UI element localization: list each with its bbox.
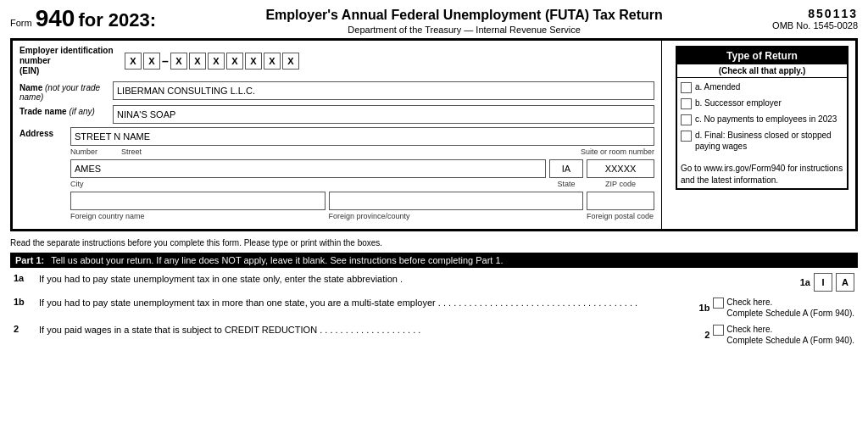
question-1b: 1b If you had to pay state unemployment … bbox=[10, 297, 858, 319]
q2-right: 2 Check here. Complete Schedule A (Form … bbox=[704, 324, 854, 346]
q2-check-area: Check here. Complete Schedule A (Form 94… bbox=[713, 324, 854, 346]
q1b-checkbox[interactable] bbox=[713, 298, 724, 309]
q1a-right: 1a I A bbox=[800, 273, 854, 292]
address-fields: Number Street Suite or room number City … bbox=[70, 127, 654, 220]
ein-box-3[interactable]: X bbox=[170, 53, 187, 70]
checkbox-d-label: d. Final: Business closed or stopped pay… bbox=[695, 130, 843, 152]
omb-label: OMB No. 1545-0028 bbox=[772, 20, 858, 31]
q1a-line-label: 1a bbox=[800, 277, 810, 287]
ein-box-6[interactable]: X bbox=[226, 53, 243, 70]
ein-box-8[interactable]: X bbox=[264, 53, 281, 70]
type-return-link: Go to www.irs.gov/Form940 for instructio… bbox=[677, 159, 847, 188]
form-department: Department of the Treasury — Internal Re… bbox=[173, 25, 755, 35]
q1a-input1[interactable]: I bbox=[814, 273, 832, 292]
state-input[interactable] bbox=[549, 159, 583, 178]
doc-number: 850113 bbox=[772, 7, 858, 20]
part1-description: Tell us about your return. If any line d… bbox=[51, 255, 503, 265]
name-label: Name (not your trade name) bbox=[19, 81, 113, 102]
checkbox-a[interactable] bbox=[681, 82, 692, 93]
zip-input[interactable] bbox=[587, 159, 654, 178]
ein-boxes: X X – X X X X X X X bbox=[125, 53, 299, 70]
q1b-text: If you had to pay state unemployment tax… bbox=[39, 297, 699, 309]
q1b-line-label: 1b bbox=[699, 303, 710, 313]
ein-box-4[interactable]: X bbox=[189, 53, 206, 70]
ein-dash: – bbox=[162, 54, 169, 68]
ein-row: Employer identification number (EIN) X X… bbox=[19, 46, 654, 76]
form-body: Employer identification number (EIN) X X… bbox=[12, 40, 856, 230]
q1b-check-area: Check here. Complete Schedule A (Form 94… bbox=[713, 297, 854, 319]
q1b-dots: . . . . . . . . . . . . . . . . . . . . … bbox=[438, 298, 637, 308]
type-return-item-c: c. No payments to employees in 2023 bbox=[681, 114, 843, 125]
type-return-subheader: (Check all that apply.) bbox=[677, 64, 847, 78]
form-title-center: Employer's Annual Federal Unemployment (… bbox=[156, 7, 772, 35]
q1a-number: 1a bbox=[14, 273, 39, 283]
q1b-right: 1b Check here. Complete Schedule A (Form… bbox=[699, 297, 854, 319]
ein-box-2[interactable]: X bbox=[143, 53, 160, 70]
checkbox-d[interactable] bbox=[681, 131, 692, 142]
form-main-title: Employer's Annual Federal Unemployment (… bbox=[173, 7, 755, 25]
q2-number: 2 bbox=[14, 324, 39, 334]
foreign-sub-labels: Foreign country name Foreign province/co… bbox=[70, 212, 654, 220]
trade-name-row: Trade name (if any) bbox=[19, 105, 654, 124]
form-page: Form 940 for 2023: Employer's Annual Fed… bbox=[0, 0, 868, 358]
type-return-item-d: d. Final: Business closed or stopped pay… bbox=[681, 130, 843, 152]
type-return-items: a. Amended b. Successor employer c. No p… bbox=[677, 78, 847, 159]
checkbox-b-label: b. Successor employer bbox=[695, 97, 782, 108]
form-label: Form bbox=[10, 18, 32, 28]
form-year: for 2023: bbox=[78, 9, 156, 31]
type-return-item-b: b. Successor employer bbox=[681, 97, 843, 109]
ein-box-5[interactable]: X bbox=[208, 53, 225, 70]
trade-name-input[interactable] bbox=[113, 105, 654, 124]
foreign-province-input[interactable] bbox=[329, 192, 584, 210]
checkbox-b[interactable] bbox=[681, 98, 692, 109]
trade-name-label: Trade name (if any) bbox=[19, 105, 113, 116]
foreign-name-input[interactable] bbox=[70, 192, 326, 210]
form-header: Form 940 for 2023: Employer's Annual Fed… bbox=[10, 7, 858, 35]
form-left: Employer identification number (EIN) X X… bbox=[13, 41, 662, 229]
foreign-row bbox=[70, 192, 654, 210]
instructions-line: Read the separate instructions before yo… bbox=[10, 236, 858, 249]
address-sublabels: Number Street Suite or room number bbox=[70, 147, 654, 156]
name-row: Name (not your trade name) bbox=[19, 81, 654, 102]
type-return-box: Type of Return (Check all that apply.) a… bbox=[676, 46, 849, 190]
form-title-left: Form 940 for 2023: bbox=[10, 7, 156, 31]
ein-box-1[interactable]: X bbox=[125, 53, 142, 70]
q1b-check-text: Check here. Complete Schedule A (Form 94… bbox=[726, 297, 854, 319]
q2-checkbox[interactable] bbox=[713, 325, 724, 336]
q1a-dots: . bbox=[400, 274, 403, 284]
q1b-number: 1b bbox=[14, 297, 39, 307]
street-input[interactable] bbox=[70, 127, 654, 146]
q2-text: If you paid wages in a state that is sub… bbox=[39, 324, 704, 337]
ein-box-9[interactable]: X bbox=[282, 53, 299, 70]
q1a-input2[interactable]: A bbox=[836, 273, 854, 292]
ein-box-7[interactable]: X bbox=[245, 53, 262, 70]
checkbox-a-label: a. Amended bbox=[695, 81, 740, 92]
city-state-row bbox=[70, 159, 654, 178]
form-omb: 850113 OMB No. 1545-0028 bbox=[772, 7, 858, 31]
type-of-return-section: Type of Return (Check all that apply.) a… bbox=[669, 41, 855, 229]
address-street-row bbox=[70, 127, 654, 146]
city-input[interactable] bbox=[70, 159, 546, 178]
checkbox-c[interactable] bbox=[681, 114, 692, 125]
question-1a: 1a If you had to pay state unemployment … bbox=[10, 273, 858, 292]
form-number: 940 bbox=[36, 7, 75, 31]
checkbox-c-label: c. No payments to employees in 2023 bbox=[695, 114, 837, 125]
q1a-text: If you had to pay state unemployment tax… bbox=[39, 273, 800, 286]
question-2: 2 If you paid wages in a state that is s… bbox=[10, 324, 858, 346]
part1-header: Part 1: Tell us about your return. If an… bbox=[10, 253, 858, 268]
q2-check-text: Check here. Complete Schedule A (Form 94… bbox=[726, 324, 854, 346]
q1b-check-row: Check here. Complete Schedule A (Form 94… bbox=[713, 297, 854, 319]
type-return-item-a: a. Amended bbox=[681, 81, 843, 93]
foreign-postal-input[interactable] bbox=[587, 192, 654, 210]
type-return-header: Type of Return bbox=[677, 47, 847, 64]
address-label: Address bbox=[19, 127, 70, 138]
q2-check-row: Check here. Complete Schedule A (Form 94… bbox=[713, 324, 854, 346]
q2-dots: . . . . . . . . . . . . . . . . . . . . bbox=[320, 325, 420, 335]
address-section: Address Number Street Suite or room numb… bbox=[19, 127, 654, 220]
city-sub-labels: City State ZIP code bbox=[70, 180, 654, 188]
name-input[interactable] bbox=[113, 81, 654, 100]
q2-line-label: 2 bbox=[704, 330, 709, 340]
part1-label: Part 1: bbox=[15, 255, 44, 265]
ein-label: Employer identification number (EIN) bbox=[19, 46, 121, 76]
